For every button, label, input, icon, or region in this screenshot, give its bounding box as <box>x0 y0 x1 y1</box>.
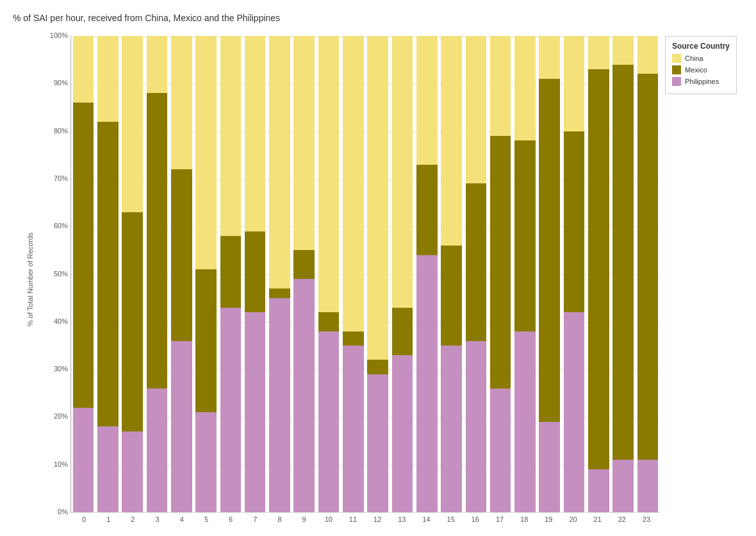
bar-segment-china <box>171 36 192 169</box>
bar-segment-philippines <box>539 422 560 512</box>
x-axis-label: 7 <box>243 515 267 523</box>
x-axis-label: 22 <box>610 515 634 523</box>
bar-segment-mexico <box>367 360 388 374</box>
bar-segment-china <box>539 36 560 79</box>
bar-segment-mexico <box>466 183 487 340</box>
bar-segment-china <box>343 36 364 331</box>
bar-group <box>293 36 315 512</box>
y-axis-label: 80% <box>45 127 68 135</box>
x-axis-label: 3 <box>145 515 170 523</box>
y-axis-label: 90% <box>45 79 68 87</box>
y-axis-label: 0% <box>45 508 68 515</box>
bar-segment-china <box>466 36 487 183</box>
bar-group <box>514 36 536 512</box>
bar-segment-philippines <box>195 412 217 512</box>
bar-segment-china <box>612 36 634 65</box>
bar-segment-mexico <box>147 93 168 389</box>
x-axis-label: 1 <box>96 515 120 523</box>
x-axis-label: 23 <box>634 515 659 523</box>
x-axis-label: 9 <box>292 515 316 523</box>
x-axis-label: 16 <box>463 515 488 523</box>
y-axis-label: 30% <box>45 365 68 373</box>
legend-item: Mexico <box>672 65 730 74</box>
main-chart: 100%90%80%70%60%50%40%30%20%10%0% 012345… <box>70 36 660 523</box>
bar-group <box>318 36 340 512</box>
bar-segment-philippines <box>392 355 413 512</box>
y-axis-label: 60% <box>45 222 68 230</box>
x-axis-label: 10 <box>316 515 341 523</box>
bar-segment-china <box>73 36 94 103</box>
bar-segment-mexico <box>392 308 413 355</box>
bar-segment-china <box>318 36 340 312</box>
bar-group <box>269 36 290 512</box>
x-axis-label: 21 <box>586 515 610 523</box>
bar-segment-philippines <box>490 389 511 512</box>
bar-segment-mexico <box>97 122 119 427</box>
bar-segment-philippines <box>171 341 192 512</box>
bar-group <box>441 36 462 512</box>
bar-segment-philippines <box>245 312 266 512</box>
bar-segment-mexico <box>195 269 217 412</box>
bar-group <box>343 36 364 512</box>
legend-item: Philippines <box>672 77 730 86</box>
bar-segment-philippines <box>318 331 340 512</box>
legend-label: China <box>685 54 703 62</box>
x-axis-label: 20 <box>561 515 585 523</box>
bar-group <box>97 36 119 512</box>
bar-segment-philippines <box>441 346 462 512</box>
bar-segment-philippines <box>343 346 364 512</box>
bar-group <box>392 36 413 512</box>
bar-segment-mexico <box>122 212 143 431</box>
legend-color-swatch <box>672 77 681 86</box>
legend-items: ChinaMexicoPhilippines <box>672 54 730 86</box>
x-axis-label: 19 <box>536 515 561 523</box>
bar-segment-mexico <box>416 165 438 255</box>
bar-segment-china <box>514 36 536 140</box>
y-axis-title: % of Total Number of Records <box>27 233 35 327</box>
x-axis: 01234567891011121314151617181920212223 <box>70 515 660 523</box>
x-axis-label: 2 <box>120 515 145 523</box>
x-axis-label: 17 <box>488 515 512 523</box>
bar-segment-philippines <box>269 298 290 512</box>
legend-color-swatch <box>672 65 681 74</box>
bar-segment-mexico <box>343 331 364 346</box>
bar-segment-china <box>220 36 242 236</box>
legend: Source Country ChinaMexicoPhilippines <box>665 36 737 94</box>
bar-segment-philippines <box>514 331 536 512</box>
bar-group <box>73 36 94 512</box>
bar-segment-philippines <box>466 341 487 512</box>
bar-segment-mexico <box>441 246 462 346</box>
bar-segment-philippines <box>97 426 119 512</box>
x-axis-label: 12 <box>365 515 390 523</box>
bar-segment-philippines <box>73 408 94 512</box>
legend-area: Source Country ChinaMexicoPhilippines <box>660 36 743 523</box>
bar-group <box>122 36 143 512</box>
bar-group <box>171 36 192 512</box>
bar-segment-china <box>245 36 266 231</box>
x-axis-label: 5 <box>194 515 218 523</box>
bar-group <box>588 36 609 512</box>
bar-segment-mexico <box>220 236 242 307</box>
bar-segment-china <box>269 36 290 289</box>
y-labels <box>48 36 70 523</box>
bar-group <box>416 36 438 512</box>
y-axis-label: 40% <box>45 317 68 325</box>
bar-segment-philippines <box>612 460 634 512</box>
x-axis-label: 8 <box>267 515 292 523</box>
bar-group <box>539 36 560 512</box>
y-axis-label: 20% <box>45 412 68 420</box>
legend-label: Philippines <box>685 78 719 85</box>
bar-segment-mexico <box>564 131 585 312</box>
bar-segment-china <box>490 36 511 136</box>
bar-segment-china <box>122 36 143 212</box>
bar-group <box>466 36 487 512</box>
bar-segment-mexico <box>269 289 290 298</box>
y-axis-label: 100% <box>45 31 68 39</box>
bar-segment-mexico <box>612 65 634 460</box>
y-axis-label: 70% <box>45 174 68 182</box>
bar-segment-philippines <box>588 469 609 512</box>
bar-segment-china <box>195 36 217 269</box>
bar-segment-mexico <box>514 140 536 331</box>
bar-group <box>367 36 388 512</box>
legend-title: Source Country <box>672 42 730 51</box>
